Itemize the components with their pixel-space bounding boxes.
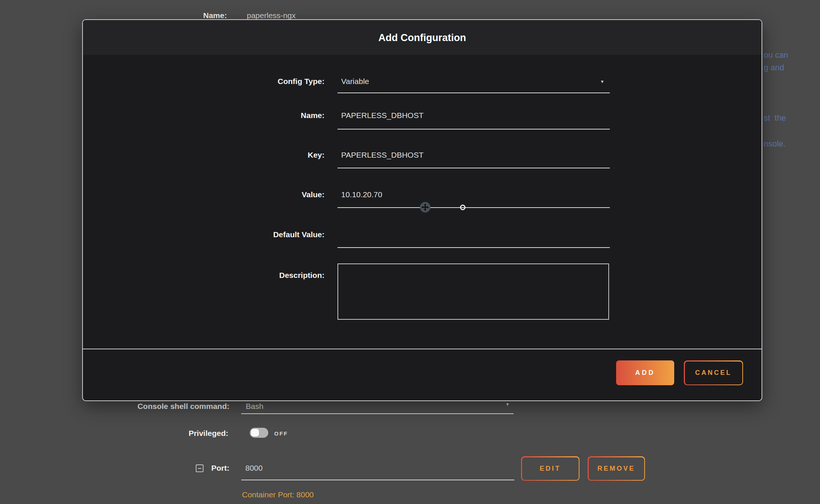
cancel-button-label: CANCEL: [685, 362, 742, 384]
value-row: Value: 10.10.20.70: [83, 190, 762, 201]
remove-button-label: REMOVE: [589, 457, 644, 480]
config-type-select[interactable]: Variable: [341, 77, 563, 87]
value-input[interactable]: 10.10.20.70: [341, 190, 563, 200]
port-field-underline: [241, 480, 514, 480]
default-value-label: Default Value:: [177, 230, 325, 239]
cursor-click-dot-icon: [460, 205, 466, 210]
name-input[interactable]: PAPERLESS_DBHOST: [341, 111, 563, 121]
console-field-underline: [241, 413, 514, 414]
background-name-label: Name:: [203, 11, 227, 20]
edit-button[interactable]: EDIT: [521, 456, 579, 481]
clipped-help-text: g and: [764, 63, 784, 73]
edit-button-label: EDIT: [522, 457, 579, 480]
clipped-help-text: st the: [764, 113, 786, 123]
port-label: Port:: [155, 464, 229, 473]
value-underline: [337, 207, 610, 208]
console-shell-command-select[interactable]: Bash: [246, 402, 263, 411]
background-name-value[interactable]: paperless-ngx: [247, 11, 296, 20]
move-cursor-icon: [420, 202, 431, 213]
description-textarea[interactable]: [337, 263, 609, 320]
console-shell-command-label: Console shell command:: [81, 402, 229, 411]
default-value-input[interactable]: [341, 230, 563, 240]
privileged-state-text: OFF: [274, 430, 288, 437]
key-label: Key:: [177, 151, 325, 159]
add-configuration-modal: Add Configuration Config Type: Variable …: [82, 19, 762, 401]
config-type-row: Config Type: Variable: [83, 77, 762, 88]
privileged-label: Privileged:: [81, 429, 228, 438]
name-underline: [337, 129, 610, 130]
chevron-down-icon[interactable]: ▾: [506, 401, 509, 407]
privileged-toggle[interactable]: [250, 428, 268, 438]
modal-header: Add Configuration: [83, 20, 762, 55]
cancel-button[interactable]: CANCEL: [684, 360, 743, 385]
container-port-text: Container Port: 8000: [242, 490, 314, 499]
modal-footer-divider: [83, 349, 762, 349]
key-row: Key: PAPERLESS_DBHOST: [83, 151, 762, 162]
clipped-help-text: ou can: [764, 50, 788, 60]
modal-title: Add Configuration: [83, 20, 762, 55]
add-button[interactable]: ADD: [616, 360, 674, 385]
key-underline: [337, 168, 610, 168]
config-type-underline: [337, 93, 610, 93]
clipped-help-text: nsole.: [764, 139, 786, 149]
chevron-down-icon[interactable]: ▾: [601, 78, 604, 84]
name-label: Name:: [177, 111, 325, 120]
toggle-knob: [251, 429, 259, 437]
description-label: Description:: [177, 271, 325, 280]
name-row: Name: PAPERLESS_DBHOST: [83, 111, 762, 122]
config-type-label: Config Type:: [177, 77, 325, 86]
default-value-underline: [337, 247, 610, 248]
value-label: Value:: [177, 190, 325, 199]
default-value-row: Default Value:: [83, 230, 762, 241]
remove-button[interactable]: REMOVE: [588, 456, 645, 481]
key-input[interactable]: PAPERLESS_DBHOST: [341, 151, 563, 160]
port-input[interactable]: 8000: [245, 464, 263, 473]
